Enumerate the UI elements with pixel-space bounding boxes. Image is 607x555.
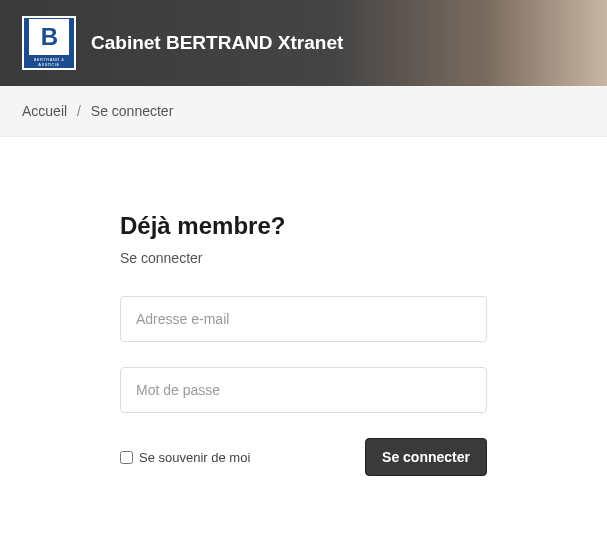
password-field-wrap [120,367,487,413]
logo-icon: B [29,19,69,55]
logo-subtext: BERTRAND & ASSOCIE [24,57,74,67]
site-title: Cabinet BERTRAND Xtranet [91,32,343,54]
login-subtitle: Se connecter [120,250,487,266]
logo-letter: B [41,23,57,51]
remember-label: Se souvenir de moi [139,450,250,465]
site-logo[interactable]: B BERTRAND & ASSOCIE [22,16,76,70]
remember-checkbox[interactable] [120,451,133,464]
login-footer-row: Se souvenir de moi Se connecter [120,438,487,476]
password-field[interactable] [120,367,487,413]
breadcrumb-home[interactable]: Accueil [22,103,67,119]
site-header: B BERTRAND & ASSOCIE Cabinet BERTRAND Xt… [0,0,607,86]
login-panel: Déjà membre? Se connecter Se souvenir de… [0,137,607,516]
email-field[interactable] [120,296,487,342]
login-submit-button[interactable]: Se connecter [365,438,487,476]
remember-me[interactable]: Se souvenir de moi [120,450,250,465]
breadcrumb-current: Se connecter [91,103,174,119]
breadcrumb-sep: / [77,103,81,119]
email-field-wrap [120,296,487,342]
login-title: Déjà membre? [120,212,487,240]
breadcrumb: Accueil / Se connecter [0,86,607,137]
